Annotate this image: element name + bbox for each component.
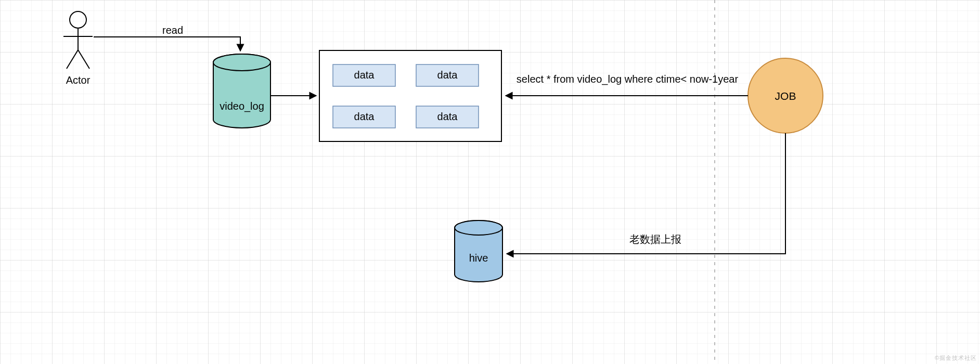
data-cell-0-label: data — [354, 69, 375, 81]
data-cell-2: data — [333, 106, 395, 128]
db-video-log-label: video_log — [220, 100, 264, 112]
db-hive — [455, 220, 502, 282]
db-video-log — [213, 54, 270, 128]
svg-point-5 — [213, 54, 270, 71]
data-cell-2-label: data — [354, 111, 375, 122]
svg-line-3 — [67, 50, 78, 69]
edge-actor-read — [94, 37, 240, 51]
data-cell-1-label: data — [437, 69, 458, 81]
svg-line-4 — [78, 50, 89, 69]
edge-job-report — [507, 133, 785, 254]
svg-point-0 — [70, 11, 86, 28]
data-cell-3: data — [416, 106, 479, 128]
job-label: JOB — [775, 90, 796, 102]
actor-label: Actor — [66, 74, 91, 86]
svg-point-11 — [455, 220, 502, 235]
watermark: ©掘金技术社区 — [935, 354, 977, 362]
db-hive-label: hive — [469, 252, 488, 264]
svg-layer: Actor video_log data data data data JOB … — [0, 0, 980, 364]
data-cell-3-label: data — [437, 111, 458, 122]
data-cell-1: data — [416, 64, 479, 86]
data-cell-0: data — [333, 64, 395, 86]
actor-figure — [63, 11, 93, 69]
job-node: JOB — [748, 58, 823, 133]
